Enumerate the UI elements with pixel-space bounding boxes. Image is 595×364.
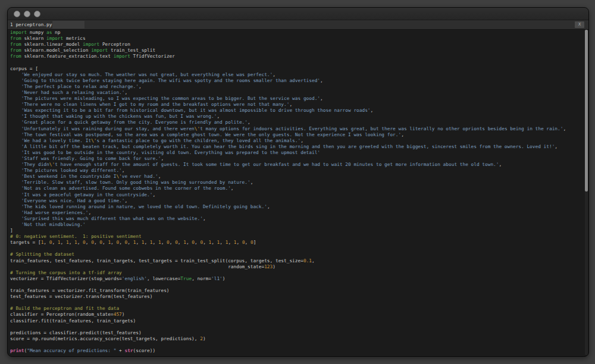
code-line: 'A little bit off the beaten track, but … [10,144,584,150]
close-window-button[interactable] [14,11,20,17]
scrollbar-track[interactable] [585,30,588,355]
tab-filename[interactable]: 1 perceptron.py [10,20,52,29]
code-line: 'Surprised this was much different than … [10,216,584,222]
code-line [10,300,584,306]
tab-close-button[interactable]: X [575,21,584,28]
code-line: from sklearn import metrics [10,36,584,42]
code-line: 'There were no clean linens when I got t… [10,102,584,108]
code-line: 'Never had such a relaxing vacation.', [10,90,584,96]
code-line: predictions = classifier.predict(test_fe… [10,330,584,336]
code-line: 'I thought that waking up with the chick… [10,114,584,120]
code-line: 'The town festival was postponed, so the… [10,132,584,138]
code-line: # Splitting the dataset [10,252,584,258]
code-line: train_features, test_features, train_tar… [10,258,584,264]
tab-bar: 1 perceptron.py X [8,20,588,30]
code-line: 'The pictures were misleading, so I was … [10,96,584,102]
code-line: random_state=123) [10,264,584,270]
code-line: 'We had a lovely time. It\'s a fantastic… [10,138,584,144]
code-line: 'Not as clean as advertised. Found some … [10,186,584,192]
code-line: test_features = vectorizer.transform(tes… [10,294,584,300]
code-line: # 0: negative sentiment. 1: positive sen… [10,234,584,240]
scrollbar-thumb[interactable] [585,30,588,192]
traffic-lights [14,11,40,17]
code-line: 'Had worse experiences.', [10,210,584,216]
code-line: 'Best weekend in the countryside I\'ve e… [10,174,584,180]
code-line: corpus = [ [10,66,584,72]
minimize-window-button[interactable] [24,11,30,17]
code-line: train_features = vectorizer.fit_transfor… [10,288,584,294]
code-line: 'They didn\'t have enough staff for the … [10,162,584,168]
code-line: 'Going to think twice before staying her… [10,78,584,84]
code-line: ] [10,228,584,234]
code-line: 'Everyone was nice. Had a good time.', [10,198,584,204]
code-line: targets = [1, 0, 1, 1, 1, 0, 0, 0, 1, 0,… [10,240,584,246]
code-line: classifier.fit(train_features, train_tar… [10,318,584,324]
tab-highlight [52,21,84,29]
code-line: from sklearn.feature_extraction.text imp… [10,54,584,59]
code-line: 'Not that mindblowing.' [10,222,584,228]
code-line: from sklearn.linear_model import Percept… [10,42,584,48]
code-line: 'The pictures looked way different.', [10,168,584,174]
code-area[interactable]: import numpy as npfrom sklearn import me… [8,30,584,355]
code-line: 'Staff was friendly. Going to come back … [10,156,584,162]
code-line [10,342,584,348]
code-line: import numpy as np [10,30,584,36]
desktop-background: { "window": { "titlebar": { "buttons": [… [0,0,595,364]
code-line: 'Unfortunately it was raining during our… [10,126,584,132]
code-line: # Turning the corpus into a tf-idf array [10,270,584,276]
code-line [10,59,584,65]
code-line [10,324,584,330]
code-line: vectorizer = TfidfVectorizer(stop_words=… [10,276,584,282]
code-line: 'The perfect place to relax and recharge… [10,84,584,90]
code-line [10,282,584,288]
window-titlebar[interactable] [8,8,588,20]
code-line: 'We enjoyed our stay so much. The weathe… [10,72,584,78]
code-line: classifier = Perceptron(random_state=457… [10,312,584,318]
code-line: 'Terrible. Slow staff, slow town. Only g… [10,180,584,186]
code-line: 'It was good to be outside in the countr… [10,150,584,156]
code-line: from sklearn.model_selection import trai… [10,48,584,54]
code-line: 'It was a peaceful getaway in the countr… [10,192,584,198]
maximize-window-button[interactable] [34,11,40,17]
code-line [10,246,584,252]
code-line: score = np.round(metrics.accuracy_score(… [10,336,584,342]
code-line: print("Mean accuracy of predictions: " +… [10,348,584,354]
code-line: 'Great place for a quick getaway from th… [10,120,584,125]
code-line: 'Was expecting it to be a bit far from h… [10,108,584,114]
editor-window: 1 perceptron.py X import numpy as npfrom… [7,7,589,357]
code-line: 'The kids loved running around in nature… [10,204,584,210]
code-line: # Build the perceptron and fit the data [10,306,584,312]
